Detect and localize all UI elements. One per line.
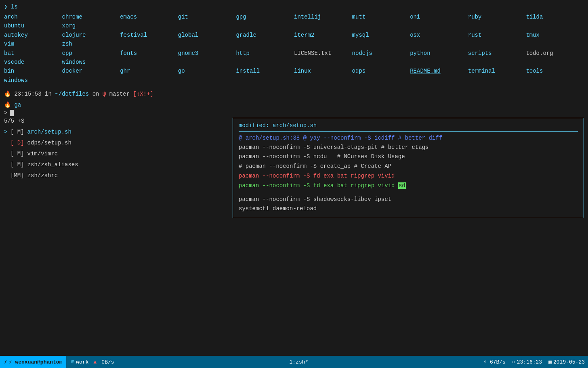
status-left: ⚡ ⚡ wenxuan@phantom ⊞ work ▲ 0B/s bbox=[3, 356, 114, 368]
file-status-1: [ M] bbox=[10, 127, 24, 137]
file-xorg: xorg bbox=[62, 21, 120, 30]
diff-spacer bbox=[239, 191, 578, 195]
file-windows2: windows bbox=[4, 76, 62, 85]
file-git: git bbox=[178, 13, 236, 21]
file-todo: todo.org bbox=[526, 49, 584, 58]
file-gnome3: gnome3 bbox=[178, 49, 236, 58]
cursor-prompt: > bbox=[4, 110, 7, 116]
file-docker: docker bbox=[62, 67, 120, 75]
left-panel: 5/5 +S > [ M] arch/setup.sh [ D] odps/se… bbox=[4, 118, 230, 219]
git-file-item[interactable]: > [ M] arch/setup.sh bbox=[4, 127, 230, 138]
cursor-block bbox=[10, 110, 14, 116]
file-windows: windows bbox=[62, 58, 120, 67]
ga-command: ga bbox=[14, 102, 21, 108]
file-go: go bbox=[178, 67, 236, 75]
workspace-label: work bbox=[76, 359, 88, 365]
diff-line-added: pacman --noconfirm -S fd exa bat ripgrep… bbox=[239, 181, 578, 191]
file-grid: arch chrome emacs git gpg intellij mutt … bbox=[4, 13, 584, 85]
file-readme: README.md bbox=[410, 67, 468, 75]
file-bin: bin bbox=[4, 67, 62, 75]
diff-line-1: pacman --noconfirm -S universal-ctags-gi… bbox=[239, 143, 578, 153]
file-scripts: scripts bbox=[468, 49, 526, 58]
file-arch: arch bbox=[4, 13, 62, 21]
ga-command-line: 🔥 ga bbox=[4, 101, 584, 108]
cal-icon: ▦ bbox=[548, 359, 552, 365]
file-status-5: [MM] bbox=[10, 171, 24, 181]
cursor-line: > bbox=[4, 110, 584, 116]
workspace-icon: ⊞ bbox=[71, 359, 74, 365]
no-arrow-3 bbox=[4, 160, 9, 170]
git-file-item[interactable]: [ D] odps/setup.sh bbox=[4, 138, 230, 148]
git-file-item[interactable]: [MM] zsh/zshrc bbox=[4, 170, 230, 181]
file-cpp: cpp bbox=[62, 49, 120, 58]
file-chrome: chrome bbox=[62, 13, 120, 21]
speed-value: 67B/s bbox=[490, 359, 506, 365]
status-network: 0B/s bbox=[101, 359, 114, 365]
file-mysql: mysql bbox=[352, 31, 410, 40]
prompt-line: 🔥 23:15:53 in ~/dotfiles on ψ master [↕X… bbox=[4, 90, 584, 98]
user-label: ⚡ wenxuan@phantom bbox=[9, 359, 63, 365]
file-status-2: [ D] bbox=[10, 138, 24, 148]
file-linux: linux bbox=[294, 67, 352, 75]
git-file-item[interactable]: [ M] zsh/zsh_aliases bbox=[4, 159, 230, 170]
flame-icon-2: 🔥 bbox=[4, 102, 11, 108]
file-clojure: clojure bbox=[62, 31, 120, 40]
file-license: LICENSE.txt bbox=[294, 49, 352, 58]
file-status-4: [ M] bbox=[10, 160, 24, 170]
diff-line-3: # pacman --noconfirm -S create_ap # Crea… bbox=[239, 162, 578, 171]
file-name-1: arch/setup.sh bbox=[27, 127, 71, 137]
prompt-on: on bbox=[92, 91, 103, 97]
file-bat: bat bbox=[4, 49, 62, 58]
status-time: ○ 23:16:23 bbox=[512, 359, 542, 365]
status-workspace: ⊞ work bbox=[71, 359, 88, 365]
file-osx: osx bbox=[410, 31, 468, 40]
file-status-3: [ M] bbox=[10, 149, 24, 159]
file-gpg: gpg bbox=[236, 13, 294, 21]
prompt-status: [↕X!+] bbox=[133, 91, 153, 97]
time-value: 23:16:23 bbox=[517, 359, 542, 365]
git-status-header: 5/5 +S bbox=[4, 118, 230, 124]
git-file-item[interactable]: [ M] vim/vimrc bbox=[4, 148, 230, 159]
diff-line-4: pacman --noconfirm -S shadowsocks-libev … bbox=[239, 195, 578, 205]
file-tmux: tmux bbox=[526, 31, 584, 40]
file-install: install bbox=[236, 67, 294, 75]
status-center: 1:zsh* bbox=[114, 359, 484, 365]
file-mutt: mutt bbox=[352, 13, 410, 21]
status-right: ⚡ 67B/s ○ 23:16:23 ▦ 2019-05-23 bbox=[483, 359, 585, 365]
file-rust: rust bbox=[468, 31, 526, 40]
diff-highlight: sd bbox=[398, 182, 406, 189]
file-python: python bbox=[410, 49, 468, 58]
diff-header: modified: arch/setup.sh bbox=[239, 122, 578, 132]
file-zsh: zsh bbox=[62, 40, 120, 48]
file-ruby: ruby bbox=[468, 13, 526, 21]
file-tools: tools bbox=[526, 67, 584, 75]
file-vscode: vscode bbox=[4, 58, 62, 67]
prompt-dir: ~/dotfiles bbox=[55, 91, 89, 97]
diff-line-2: pacman --noconfirm -S ncdu # NCurses Dis… bbox=[239, 152, 578, 162]
prompt-branch: master bbox=[109, 91, 130, 97]
diff-line-removed: pacman --noconfirm -S fd exa bat ripgrep… bbox=[239, 171, 578, 181]
file-fonts: fonts bbox=[120, 49, 178, 58]
file-gradle: gradle bbox=[236, 31, 294, 40]
file-odps: odps bbox=[352, 67, 410, 75]
file-vim2: vim bbox=[4, 40, 62, 48]
status-shell: 1:zsh* bbox=[290, 359, 309, 365]
file-ghr: ghr bbox=[120, 67, 178, 75]
file-tilda: tilda bbox=[526, 13, 584, 21]
main-content: 5/5 +S > [ M] arch/setup.sh [ D] odps/se… bbox=[4, 118, 584, 219]
diff-panel: modified: arch/setup.sh @ arch/setup.sh:… bbox=[233, 118, 584, 219]
file-emacs: emacs bbox=[120, 13, 178, 21]
file-terminal: terminal bbox=[468, 67, 526, 75]
prompt-time: 23:15:53 bbox=[14, 91, 41, 97]
git-file-list: > [ M] arch/setup.sh [ D] odps/setup.sh … bbox=[4, 127, 230, 182]
file-ubuntu: ubuntu bbox=[4, 21, 62, 30]
status-user: ⚡ ⚡ wenxuan@phantom bbox=[0, 356, 66, 368]
diff-line-5: systemctl daemon-reload bbox=[239, 204, 578, 214]
no-arrow-2 bbox=[4, 149, 9, 159]
selection-arrow: > bbox=[4, 127, 9, 137]
file-global: global bbox=[178, 31, 236, 40]
status-speed: ⚡ 67B/s bbox=[483, 359, 506, 365]
no-arrow-4 bbox=[4, 171, 9, 181]
flame-icon: 🔥 bbox=[4, 91, 11, 97]
terminal-main: ❯ ls arch chrome emacs git gpg intellij … bbox=[0, 0, 588, 339]
